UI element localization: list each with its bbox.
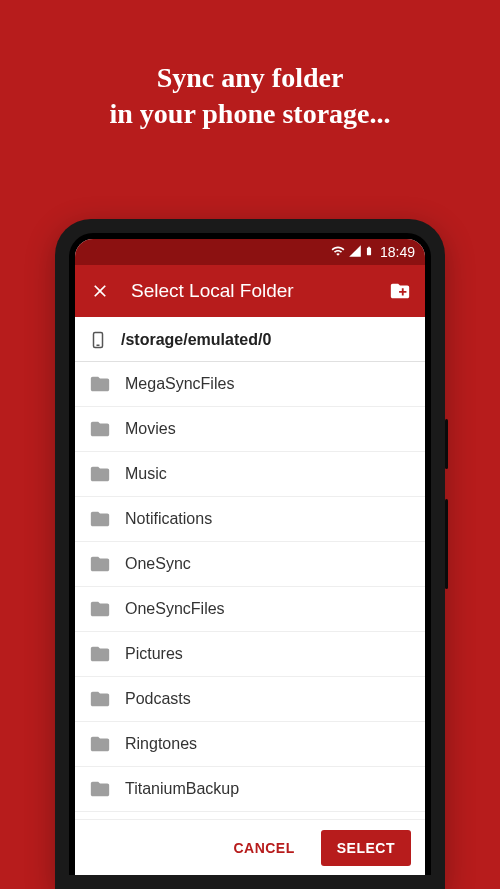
folder-item[interactable]: MegaSyncFiles xyxy=(75,362,425,407)
folder-list: MegaSyncFilesMoviesMusicNotificationsOne… xyxy=(75,362,425,819)
folder-icon xyxy=(89,373,111,395)
folder-label: Pictures xyxy=(125,645,183,663)
path-row[interactable]: /storage/emulated/0 xyxy=(75,317,425,362)
folder-icon xyxy=(89,418,111,440)
folder-item[interactable]: Podcasts xyxy=(75,677,425,722)
folder-item[interactable]: OneSync xyxy=(75,542,425,587)
folder-label: MegaSyncFiles xyxy=(125,375,234,393)
folder-icon xyxy=(89,598,111,620)
folder-item[interactable]: Music xyxy=(75,452,425,497)
folder-icon xyxy=(89,508,111,530)
folder-item[interactable]: Ringtones xyxy=(75,722,425,767)
folder-icon xyxy=(89,463,111,485)
folder-icon xyxy=(89,643,111,665)
folder-icon xyxy=(89,688,111,710)
phone-frame: 18:49 Select Local Folder /storage/emula… xyxy=(55,219,445,889)
phone-volume-button xyxy=(445,499,448,589)
folder-label: OneSync xyxy=(125,555,191,573)
folder-label: Notifications xyxy=(125,510,212,528)
signal-icon xyxy=(348,244,362,261)
folder-label: Ringtones xyxy=(125,735,197,753)
phone-power-button xyxy=(445,419,448,469)
folder-item[interactable]: Pictures xyxy=(75,632,425,677)
folder-label: Movies xyxy=(125,420,176,438)
app-bar: Select Local Folder xyxy=(75,265,425,317)
battery-icon xyxy=(364,243,374,262)
wifi-icon xyxy=(330,244,346,261)
hero-text: Sync any folder in your phone storage... xyxy=(0,0,500,173)
close-icon[interactable] xyxy=(89,280,111,302)
folder-item[interactable]: Notifications xyxy=(75,497,425,542)
folder-item[interactable]: OneSyncFiles xyxy=(75,587,425,632)
app-bar-title: Select Local Folder xyxy=(131,280,369,302)
phone-storage-icon xyxy=(89,329,107,351)
folder-item[interactable]: Movies xyxy=(75,407,425,452)
folder-label: Podcasts xyxy=(125,690,191,708)
current-path: /storage/emulated/0 xyxy=(121,331,271,349)
select-button[interactable]: SELECT xyxy=(321,830,411,866)
status-clock: 18:49 xyxy=(380,244,415,260)
folder-item[interactable]: TitaniumBackup xyxy=(75,767,425,812)
phone-screen: 18:49 Select Local Folder /storage/emula… xyxy=(75,239,425,875)
hero-line-1: Sync any folder xyxy=(30,60,470,96)
folder-label: Music xyxy=(125,465,167,483)
folder-icon xyxy=(89,553,111,575)
folder-icon xyxy=(89,733,111,755)
folder-label: OneSyncFiles xyxy=(125,600,225,618)
folder-icon xyxy=(89,778,111,800)
button-bar: CANCEL SELECT xyxy=(75,819,425,875)
folder-label: TitaniumBackup xyxy=(125,780,239,798)
status-bar: 18:49 xyxy=(75,239,425,265)
new-folder-icon[interactable] xyxy=(389,280,411,302)
hero-line-2: in your phone storage... xyxy=(30,96,470,132)
cancel-button[interactable]: CANCEL xyxy=(217,830,310,866)
